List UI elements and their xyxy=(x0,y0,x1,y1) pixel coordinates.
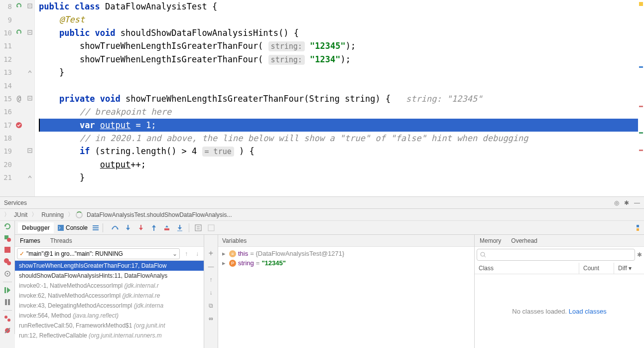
svg-rect-23 xyxy=(58,225,64,231)
layout-icon[interactable] xyxy=(636,224,644,232)
step-out-icon[interactable] xyxy=(150,224,158,232)
inline-value-hint: string: "12345" xyxy=(406,94,483,104)
tab-frames[interactable]: Frames xyxy=(15,235,45,246)
fold-icon[interactable] xyxy=(27,30,33,36)
breadcrumb: 〉JUnit 〉Running 〉DataFlowAnalysisTest.sh… xyxy=(0,209,644,221)
col-diff[interactable]: Diff ▾ xyxy=(614,263,644,274)
crumb-running[interactable]: Running xyxy=(39,210,66,219)
error-marker[interactable] xyxy=(639,150,643,151)
prev-frame-icon[interactable]: ↑ xyxy=(182,249,191,258)
fold-end-icon[interactable] xyxy=(27,174,33,180)
frame-row[interactable]: invoke:43, DelegatingMethodAccessorImpl … xyxy=(15,301,204,311)
tab-console[interactable]: Console xyxy=(55,222,91,233)
frame-row[interactable]: showTrueWhenLengthIsGreaterThanFour:17, … xyxy=(15,261,204,271)
breakpoint-err-icon[interactable] xyxy=(3,258,11,266)
thread-selector[interactable]: ✓"main"@1 in gro..."main": RUNNING⌄ xyxy=(17,248,180,259)
minimize-icon[interactable]: — xyxy=(634,199,640,206)
memory-search-input[interactable] xyxy=(477,249,635,261)
disconnect-icon[interactable] xyxy=(3,315,11,323)
trace-icon[interactable] xyxy=(207,224,215,232)
mute-bp-icon[interactable] xyxy=(3,327,11,334)
tab-overhead[interactable]: Overhead xyxy=(506,235,542,246)
drop-frame-icon[interactable] xyxy=(163,224,171,232)
gutter: 89101112131415@161718192021 xyxy=(0,0,35,196)
stop-icon[interactable] xyxy=(3,246,11,254)
warning-marker[interactable] xyxy=(639,2,643,6)
pause-icon[interactable] xyxy=(3,298,11,306)
memory-panel: Memory Overhead ✱ Class Count Diff ▾ No … xyxy=(475,235,644,348)
frame-row[interactable]: invoke:62, NativeMethodAccessorImpl (jdk… xyxy=(15,291,204,301)
svg-line-42 xyxy=(484,256,486,257)
glasses-icon[interactable]: ∞ xyxy=(207,315,215,323)
col-class[interactable]: Class xyxy=(475,263,579,274)
code-area[interactable]: public class DataFlowAnalysisTest { @Tes… xyxy=(35,0,644,196)
frame-row[interactable]: invoke0:-1, NativeMethodAccessorImpl (jd… xyxy=(15,281,204,291)
svg-point-13 xyxy=(7,261,11,265)
tab-debugger[interactable]: Debugger xyxy=(18,222,54,233)
frame-row[interactable]: invoke:564, Method (java.lang.reflect) xyxy=(15,311,204,321)
copy-icon[interactable]: ⧉ xyxy=(207,302,215,310)
svg-rect-16 xyxy=(4,287,6,293)
override-icon[interactable] xyxy=(15,29,23,37)
target-icon[interactable]: ◎ xyxy=(614,199,619,206)
fold-end-icon[interactable] xyxy=(27,69,33,75)
chevron-down-icon: ⌄ xyxy=(172,250,177,257)
error-marker[interactable] xyxy=(639,106,643,107)
tab-memory[interactable]: Memory xyxy=(475,235,506,246)
variables-tree[interactable]: ▸≡ this = {DataFlowAnalysisTest@1271}▸P … xyxy=(218,247,474,270)
frame-row[interactable]: shouldShowDataFlowAnalysisHints:11, Data… xyxy=(15,271,204,281)
services-toolwindow: Services ◎ ✱ — 〉JUnit 〉Running 〉DataFlow… xyxy=(0,197,644,348)
svg-rect-11 xyxy=(4,247,10,253)
gear-icon[interactable]: ✱ xyxy=(624,199,629,206)
breakpoint-icon[interactable] xyxy=(15,121,23,129)
step-over-icon[interactable] xyxy=(111,224,119,232)
col-count[interactable]: Count xyxy=(579,263,614,274)
settings-icon[interactable] xyxy=(3,270,11,277)
resume-icon[interactable] xyxy=(3,287,11,294)
gear-icon[interactable]: ✱ xyxy=(637,251,642,258)
keyword: public class xyxy=(39,1,100,11)
variable-row[interactable]: ▸≡ this = {DataFlowAnalysisTest@1271} xyxy=(222,249,470,258)
panel-title: Services xyxy=(4,199,27,206)
threads-view-icon[interactable] xyxy=(92,224,100,232)
run-to-cursor-icon[interactable] xyxy=(176,224,184,232)
frames-list[interactable]: showTrueWhenLengthIsGreaterThanFour:17, … xyxy=(15,261,204,348)
variables-panel: Variables ▸≡ this = {DataFlowAnalysisTes… xyxy=(218,235,475,348)
tab-threads[interactable]: Threads xyxy=(45,235,77,246)
next-frame-icon[interactable]: ↓ xyxy=(193,249,202,258)
svg-point-10 xyxy=(7,238,11,242)
at-icon[interactable]: @ xyxy=(15,95,23,103)
load-classes-link[interactable]: Load classes xyxy=(569,308,607,315)
evaluate-icon[interactable] xyxy=(194,224,202,232)
code-editor[interactable]: 89101112131415@161718192021 public class… xyxy=(0,0,644,197)
svg-point-19 xyxy=(4,316,7,319)
force-step-into-icon[interactable] xyxy=(137,224,145,232)
caret xyxy=(39,119,40,132)
step-into-icon[interactable] xyxy=(124,224,132,232)
down-watch-icon[interactable]: ↓ xyxy=(207,289,215,297)
fold-icon[interactable] xyxy=(27,148,33,154)
spinner-icon xyxy=(76,211,83,218)
add-watch-icon[interactable]: + xyxy=(209,249,213,258)
fold-icon[interactable] xyxy=(27,3,33,9)
crumb-junit[interactable]: JUnit xyxy=(12,210,29,219)
remove-watch-icon[interactable]: — xyxy=(207,263,215,271)
crumb-test[interactable]: DataFlowAnalysisTest.shouldShowDataFlowA… xyxy=(85,210,234,219)
frame-row[interactable]: run:12, ReflectiveCallable (org.junit.in… xyxy=(15,331,204,341)
rerun-icon[interactable] xyxy=(3,223,11,230)
marker-bar[interactable] xyxy=(638,0,644,196)
execution-line[interactable]: var output = 1; xyxy=(39,119,644,132)
svg-rect-17 xyxy=(5,299,7,305)
svg-rect-39 xyxy=(637,228,639,231)
fold-icon[interactable] xyxy=(27,96,33,102)
variable-row[interactable]: ▸P string = "12345" xyxy=(222,258,470,268)
empty-text: No classes loaded. xyxy=(512,308,568,315)
svg-rect-33 xyxy=(195,225,201,231)
info-marker[interactable] xyxy=(639,66,643,68)
modify-icon[interactable] xyxy=(3,235,11,242)
up-watch-icon[interactable]: ↑ xyxy=(207,276,215,284)
override-icon[interactable] xyxy=(15,2,23,10)
ok-marker[interactable] xyxy=(639,132,643,134)
annotation: @Test xyxy=(59,14,85,24)
frame-row[interactable]: runReflectiveCall:50, FrameworkMethod$1 … xyxy=(15,321,204,331)
